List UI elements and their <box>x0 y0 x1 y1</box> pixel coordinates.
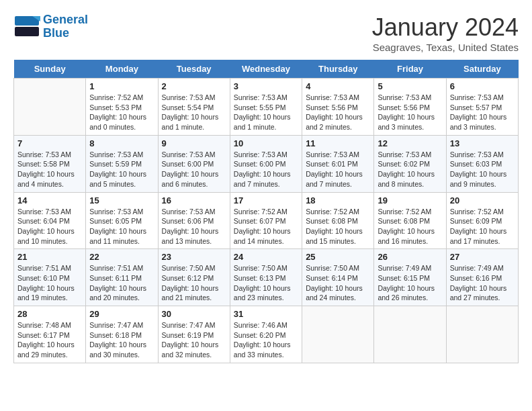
logo-blue: Blue <box>43 26 69 40</box>
day-number: 20 <box>450 195 515 205</box>
calendar-cell: 25Sunrise: 7:50 AMSunset: 6:14 PMDayligh… <box>302 249 374 306</box>
day-info: Sunrise: 7:53 AMSunset: 5:59 PMDaylight:… <box>89 150 154 189</box>
day-number: 8 <box>89 138 154 148</box>
calendar-cell: 14Sunrise: 7:53 AMSunset: 6:04 PMDayligh… <box>14 192 86 249</box>
day-info: Sunrise: 7:52 AMSunset: 5:53 PMDaylight:… <box>89 93 154 132</box>
week-row-4: 21Sunrise: 7:51 AMSunset: 6:10 PMDayligh… <box>14 249 519 306</box>
day-info: Sunrise: 7:50 AMSunset: 6:14 PMDaylight:… <box>306 263 370 303</box>
day-info: Sunrise: 7:50 AMSunset: 6:13 PMDaylight:… <box>234 263 298 303</box>
day-number: 4 <box>306 81 370 91</box>
day-number: 16 <box>162 195 226 205</box>
page-header: General Blue January 2024 Seagraves, Tex… <box>13 13 519 53</box>
calendar-cell: 24Sunrise: 7:50 AMSunset: 6:13 PMDayligh… <box>230 249 302 306</box>
day-info: Sunrise: 7:47 AMSunset: 6:18 PMDaylight:… <box>89 320 154 360</box>
week-row-3: 14Sunrise: 7:53 AMSunset: 6:04 PMDayligh… <box>14 192 519 249</box>
calendar-cell: 10Sunrise: 7:53 AMSunset: 6:00 PMDayligh… <box>230 135 302 192</box>
calendar-cell: 4Sunrise: 7:53 AMSunset: 5:56 PMDaylight… <box>302 79 374 136</box>
svg-rect-1 <box>15 27 39 36</box>
day-info: Sunrise: 7:53 AMSunset: 5:54 PMDaylight:… <box>162 93 226 132</box>
day-info: Sunrise: 7:51 AMSunset: 6:11 PMDaylight:… <box>89 263 154 303</box>
calendar-cell: 18Sunrise: 7:52 AMSunset: 6:08 PMDayligh… <box>302 192 374 249</box>
day-number: 9 <box>162 138 226 148</box>
day-info: Sunrise: 7:48 AMSunset: 6:17 PMDaylight:… <box>17 320 82 360</box>
calendar-cell: 27Sunrise: 7:49 AMSunset: 6:16 PMDayligh… <box>446 249 518 306</box>
calendar-cell: 31Sunrise: 7:46 AMSunset: 6:20 PMDayligh… <box>230 306 302 363</box>
day-number: 24 <box>234 252 298 262</box>
calendar-cell: 21Sunrise: 7:51 AMSunset: 6:10 PMDayligh… <box>14 249 86 306</box>
day-number: 26 <box>378 252 442 262</box>
day-info: Sunrise: 7:50 AMSunset: 6:12 PMDaylight:… <box>162 263 226 303</box>
calendar-cell: 11Sunrise: 7:53 AMSunset: 6:01 PMDayligh… <box>302 135 374 192</box>
day-header-sunday: Sunday <box>14 60 86 79</box>
week-row-2: 7Sunrise: 7:53 AMSunset: 5:58 PMDaylight… <box>14 135 519 192</box>
day-info: Sunrise: 7:53 AMSunset: 6:02 PMDaylight:… <box>378 150 442 189</box>
calendar-cell: 17Sunrise: 7:52 AMSunset: 6:07 PMDayligh… <box>230 192 302 249</box>
day-info: Sunrise: 7:47 AMSunset: 6:19 PMDaylight:… <box>162 320 226 360</box>
header-row: SundayMondayTuesdayWednesdayThursdayFrid… <box>14 60 519 79</box>
day-info: Sunrise: 7:52 AMSunset: 6:07 PMDaylight:… <box>234 207 298 246</box>
calendar-cell: 29Sunrise: 7:47 AMSunset: 6:18 PMDayligh… <box>86 306 158 363</box>
day-number: 18 <box>306 195 370 205</box>
day-header-friday: Friday <box>374 60 446 79</box>
calendar-cell: 1Sunrise: 7:52 AMSunset: 5:53 PMDaylight… <box>86 79 158 136</box>
calendar-cell: 13Sunrise: 7:53 AMSunset: 6:03 PMDayligh… <box>446 135 518 192</box>
calendar-cell: 26Sunrise: 7:49 AMSunset: 6:15 PMDayligh… <box>374 249 446 306</box>
day-info: Sunrise: 7:52 AMSunset: 6:09 PMDaylight:… <box>450 207 515 246</box>
calendar-cell: 5Sunrise: 7:53 AMSunset: 5:56 PMDaylight… <box>374 79 446 136</box>
day-number: 1 <box>89 81 154 91</box>
calendar-cell: 9Sunrise: 7:53 AMSunset: 6:00 PMDaylight… <box>158 135 230 192</box>
calendar-cell: 23Sunrise: 7:50 AMSunset: 6:12 PMDayligh… <box>158 249 230 306</box>
title-block: January 2024 Seagraves, Texas, United St… <box>372 13 519 53</box>
day-info: Sunrise: 7:49 AMSunset: 6:15 PMDaylight:… <box>378 263 442 303</box>
calendar-cell <box>14 79 86 136</box>
calendar-cell: 16Sunrise: 7:53 AMSunset: 6:06 PMDayligh… <box>158 192 230 249</box>
day-number: 19 <box>378 195 442 205</box>
day-info: Sunrise: 7:53 AMSunset: 6:01 PMDaylight:… <box>306 150 370 189</box>
day-number: 14 <box>17 195 82 205</box>
day-number: 15 <box>89 195 154 205</box>
day-info: Sunrise: 7:52 AMSunset: 6:08 PMDaylight:… <box>306 207 370 246</box>
day-info: Sunrise: 7:53 AMSunset: 5:57 PMDaylight:… <box>450 93 515 132</box>
day-number: 7 <box>17 138 82 148</box>
day-number: 2 <box>162 81 226 91</box>
day-info: Sunrise: 7:46 AMSunset: 6:20 PMDaylight:… <box>234 320 298 360</box>
calendar-cell: 2Sunrise: 7:53 AMSunset: 5:54 PMDaylight… <box>158 79 230 136</box>
day-info: Sunrise: 7:53 AMSunset: 5:55 PMDaylight:… <box>234 93 298 132</box>
calendar-cell: 12Sunrise: 7:53 AMSunset: 6:02 PMDayligh… <box>374 135 446 192</box>
day-number: 28 <box>17 309 82 319</box>
calendar-cell: 19Sunrise: 7:52 AMSunset: 6:08 PMDayligh… <box>374 192 446 249</box>
calendar-cell: 28Sunrise: 7:48 AMSunset: 6:17 PMDayligh… <box>14 306 86 363</box>
day-number: 10 <box>234 138 298 148</box>
day-number: 6 <box>450 81 515 91</box>
calendar-cell: 3Sunrise: 7:53 AMSunset: 5:55 PMDaylight… <box>230 79 302 136</box>
day-number: 12 <box>378 138 442 148</box>
day-number: 25 <box>306 252 370 262</box>
day-number: 22 <box>89 252 154 262</box>
day-number: 29 <box>89 309 154 319</box>
day-info: Sunrise: 7:52 AMSunset: 6:08 PMDaylight:… <box>378 207 442 246</box>
calendar-table: SundayMondayTuesdayWednesdayThursdayFrid… <box>13 60 519 363</box>
calendar-cell <box>302 306 374 363</box>
day-header-saturday: Saturday <box>446 60 518 79</box>
day-info: Sunrise: 7:53 AMSunset: 5:56 PMDaylight:… <box>306 93 370 132</box>
calendar-cell: 20Sunrise: 7:52 AMSunset: 6:09 PMDayligh… <box>446 192 518 249</box>
day-number: 23 <box>162 252 226 262</box>
week-row-1: 1Sunrise: 7:52 AMSunset: 5:53 PMDaylight… <box>14 79 519 136</box>
calendar-cell: 15Sunrise: 7:53 AMSunset: 6:05 PMDayligh… <box>86 192 158 249</box>
logo-general: General <box>43 13 88 26</box>
day-number: 3 <box>234 81 298 91</box>
day-header-tuesday: Tuesday <box>158 60 230 79</box>
day-number: 31 <box>234 309 298 319</box>
location: Seagraves, Texas, United States <box>372 42 519 53</box>
day-number: 11 <box>306 138 370 148</box>
day-header-wednesday: Wednesday <box>230 60 302 79</box>
day-info: Sunrise: 7:53 AMSunset: 6:03 PMDaylight:… <box>450 150 515 189</box>
calendar-cell: 8Sunrise: 7:53 AMSunset: 5:59 PMDaylight… <box>86 135 158 192</box>
day-info: Sunrise: 7:53 AMSunset: 6:04 PMDaylight:… <box>17 207 82 246</box>
logo: General Blue <box>13 13 88 40</box>
day-info: Sunrise: 7:53 AMSunset: 5:56 PMDaylight:… <box>378 93 442 132</box>
month-title: January 2024 <box>372 13 519 42</box>
day-number: 27 <box>450 252 515 262</box>
day-number: 21 <box>17 252 82 262</box>
day-info: Sunrise: 7:53 AMSunset: 6:00 PMDaylight:… <box>234 150 298 189</box>
